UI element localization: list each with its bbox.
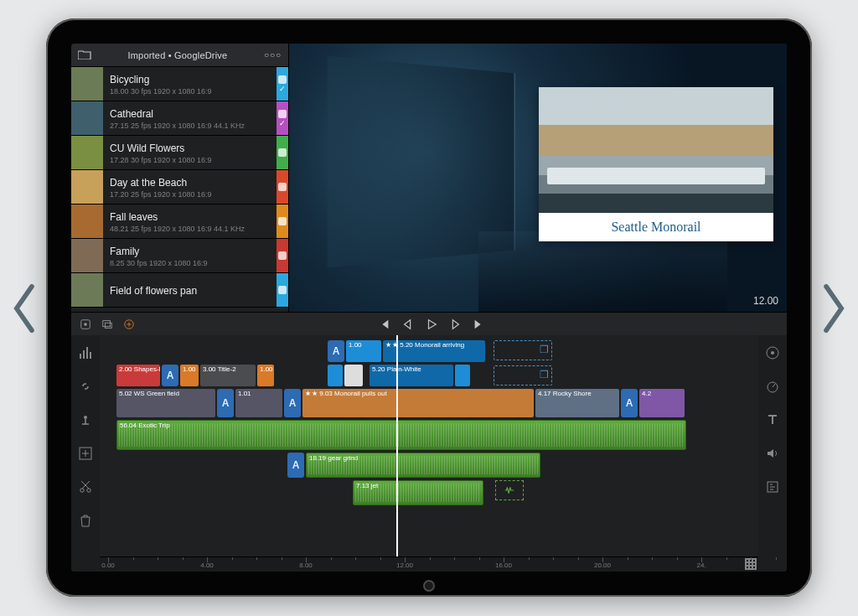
svg-rect-2: [103, 320, 111, 326]
disk-tool[interactable]: [763, 344, 782, 362]
timeline-clip[interactable]: [455, 365, 470, 386]
timeline-clip[interactable]: 5.20 Plain-White: [370, 365, 453, 386]
clip-thumbnail: [71, 273, 103, 307]
preview-title-card: Seattle Monorail: [539, 87, 773, 241]
step-fwd-button[interactable]: [449, 318, 461, 330]
clip-color-tag[interactable]: [277, 273, 288, 307]
audio-clip[interactable]: 56.04 Exotic Trip: [116, 420, 686, 450]
timeline-clip[interactable]: A: [162, 365, 178, 386]
transition-placeholder[interactable]: ❐: [494, 340, 552, 360]
volume-tool[interactable]: [763, 444, 782, 463]
clip-thumbnail: [71, 204, 103, 238]
timeline-clip[interactable]: 1.00: [180, 365, 199, 386]
audio-clip[interactable]: 18.19 gear grind: [306, 453, 540, 478]
library-item[interactable]: Bicycling18.00 30 fps 1920 x 1080 16:9✓: [71, 67, 288, 101]
next-screenshot-arrow[interactable]: [818, 283, 848, 334]
text-tool[interactable]: [763, 411, 782, 429]
folder-icon[interactable]: [78, 48, 91, 63]
clip-meta: 18.00 30 fps 1920 x 1080 16:9: [110, 86, 270, 96]
title-card-caption: Seattle Monorail: [539, 213, 773, 241]
timeline-clip[interactable]: 3.00 Title-2: [200, 365, 256, 386]
timeline-clip[interactable]: 4.17 Rocky Shore: [535, 389, 619, 417]
library-item[interactable]: Field of flowers pan: [71, 273, 288, 308]
timeline-zoom-icon[interactable]: [745, 558, 757, 570]
fx-tool[interactable]: [763, 478, 782, 496]
transition-placeholder[interactable]: ❐: [494, 365, 552, 386]
clip-color-tag[interactable]: [277, 136, 288, 169]
keyframe-tool[interactable]: [76, 411, 95, 429]
clip-color-tag[interactable]: [277, 239, 288, 272]
trash-tool[interactable]: [76, 511, 95, 530]
svg-rect-6: [83, 350, 85, 359]
clip-meta: 48.21 25 fps 1920 x 1080 16:9 44.1 KHz: [110, 224, 270, 234]
left-toolbar: [71, 335, 100, 572]
preview-monitor[interactable]: Seattle Monorail 12.00: [289, 44, 787, 312]
timeline-clip[interactable]: A: [217, 389, 234, 417]
timeline-clip[interactable]: 1.00: [257, 365, 274, 386]
display-settings-icon[interactable]: [101, 318, 113, 330]
timeline-clip[interactable]: 2.00 Shapes-N: [116, 365, 160, 386]
link-tool[interactable]: [76, 377, 95, 396]
timeline[interactable]: A1.00★★ 5.20 Monorail arriving 2.00 Shap…: [100, 335, 758, 572]
prev-button[interactable]: [379, 318, 390, 330]
clip-color-tag[interactable]: [277, 204, 288, 238]
clip-title: Bicycling: [110, 74, 270, 86]
timeline-clip[interactable]: 1.01: [235, 389, 282, 417]
markers-icon[interactable]: [80, 318, 91, 330]
library-item[interactable]: CU Wild Flowers17.28 30 fps 1920 x 1080 …: [71, 136, 288, 170]
timeline-clip[interactable]: ★★ 9.03 Monorail pulls out: [302, 389, 534, 417]
clip-thumbnail: [71, 101, 103, 135]
clip-color-tag[interactable]: [277, 170, 288, 204]
time-ruler[interactable]: 0.004.008.0012.0016.0020.0024.: [100, 556, 758, 572]
clip-title: Fall leaves: [110, 211, 270, 224]
library-item[interactable]: Family8.25 30 fps 1920 x 1080 16:9: [71, 239, 288, 273]
timeline-clip[interactable]: [344, 365, 363, 386]
timeline-clip[interactable]: A: [328, 340, 344, 362]
timeline-clip[interactable]: ★★ 5.20 Monorail arriving: [383, 340, 485, 362]
clip-thumbnail: [71, 239, 103, 272]
clip-thumbnail: [71, 67, 103, 101]
add-clip-icon[interactable]: [123, 318, 135, 330]
svg-point-14: [771, 351, 774, 355]
library-item[interactable]: Day at the Beach17.20 25 fps 1920 x 1080…: [71, 170, 288, 204]
speed-tool[interactable]: [763, 377, 782, 396]
timeline-clip[interactable]: 1.00: [346, 340, 381, 362]
audio-ducking-icon[interactable]: [495, 480, 524, 500]
audio-clip[interactable]: 7.13 jet: [353, 480, 483, 505]
next-button[interactable]: [473, 318, 484, 330]
library-panel: Imported • GoogleDrive ○○○ Bicycling18.0…: [71, 44, 289, 312]
clip-color-tag[interactable]: ✓: [277, 101, 288, 135]
clip-thumbnail: [71, 170, 103, 204]
timeline-clip[interactable]: A: [284, 389, 301, 417]
prev-screenshot-arrow[interactable]: [10, 283, 40, 334]
library-item[interactable]: Cathedral27.15 25 fps 1920 x 1080 16:9 4…: [71, 101, 288, 136]
clip-meta: 27.15 25 fps 1920 x 1080 16:9 44.1 KHz: [110, 121, 270, 131]
timeline-clip[interactable]: A: [621, 389, 638, 417]
ruler-label: 20.00: [594, 562, 611, 569]
svg-point-11: [80, 489, 84, 492]
timeline-clip[interactable]: 5.02 WS Green field: [116, 389, 215, 417]
cut-tool[interactable]: [76, 478, 95, 496]
step-back-button[interactable]: [402, 318, 414, 330]
clip-title: Day at the Beach: [110, 177, 270, 189]
clip-thumbnail: [71, 136, 103, 169]
library-more-menu[interactable]: ○○○: [264, 50, 282, 60]
playhead[interactable]: [396, 335, 398, 556]
library-item[interactable]: Fall leaves48.21 25 fps 1920 x 1080 16:9…: [71, 204, 288, 239]
clip-meta: 17.28 30 fps 1920 x 1080 16:9: [110, 155, 270, 165]
check-icon: ✓: [279, 120, 286, 127]
ruler-label: 0.00: [101, 562, 115, 569]
play-button[interactable]: [426, 318, 437, 330]
timeline-clip[interactable]: A: [287, 453, 304, 478]
timeline-clip[interactable]: 4.2: [639, 389, 685, 417]
add-tool[interactable]: [76, 444, 95, 463]
clip-title: Cathedral: [110, 108, 270, 121]
clip-color-tag[interactable]: ✓: [277, 67, 288, 101]
levels-tool[interactable]: [76, 344, 95, 362]
ruler-label: 8.00: [299, 562, 313, 569]
svg-rect-7: [86, 347, 88, 359]
timeline-clip[interactable]: [328, 365, 343, 386]
library-breadcrumb[interactable]: Imported • GoogleDrive: [91, 50, 264, 60]
title-card-image: [539, 87, 773, 213]
clip-title: Field of flowers pan: [110, 285, 270, 298]
